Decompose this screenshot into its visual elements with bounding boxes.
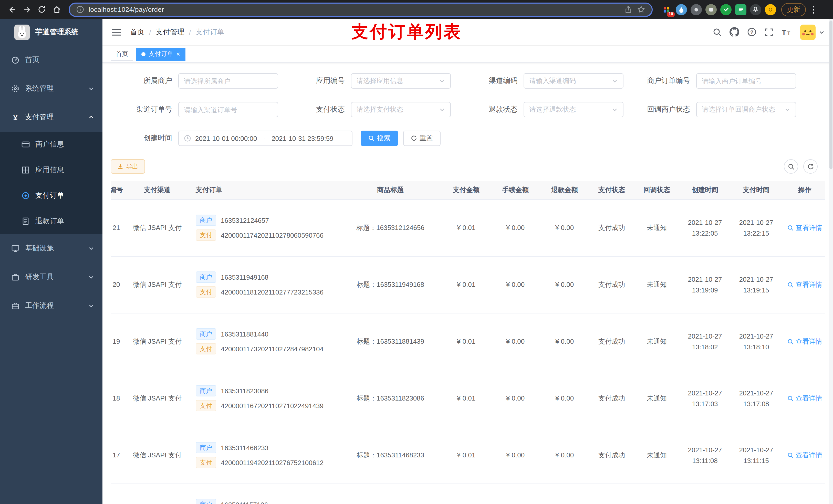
site-info-icon[interactable] [76,5,85,14]
home-icon[interactable] [50,3,64,16]
user-avatar[interactable] [800,24,825,40]
active-tab-dot [141,52,145,56]
sidebar-item-app-info[interactable]: 应用信息 [0,157,102,183]
cell-create-time: 2021-10-27 13:18:02 [679,313,731,370]
url-text[interactable]: localhost:1024/pay/order [89,6,620,13]
breadcrumb-pay-management[interactable]: 支付管理 [156,27,185,37]
date-start[interactable]: 2021-10-01 00:00:00 [195,135,257,142]
share-icon[interactable] [624,5,633,14]
extension-pin-icon[interactable] [750,4,761,15]
export-button[interactable]: 导出 [111,159,145,174]
browser-menu-icon[interactable] [809,3,818,16]
vertical-scrollbar[interactable] [829,19,833,504]
search-icon[interactable] [713,27,722,37]
cell-id: 17 [111,427,129,483]
chevron-down-icon [612,78,618,84]
cell-channel: 微信 JSAPI 支付 [129,427,186,483]
extension-dark-icon[interactable] [691,4,702,15]
extension-green-chat-icon[interactable] [735,4,746,15]
app-id-select[interactable]: 请选择应用信息 [351,73,451,89]
cell-refund-amount: ¥ 0.00 [540,256,589,313]
sidebar-item-home[interactable]: 首页 [0,46,102,74]
breadcrumb-pay-order: 支付订单 [196,27,224,37]
sidebar-item-system[interactable]: 系统管理 [0,74,102,103]
extension-emoji-icon[interactable] [765,4,776,15]
cell-pay-amount: ¥ 0.01 [442,199,491,256]
merchant-input[interactable] [178,73,278,89]
cell-create-time: 2021-10-27 13:19:09 [679,256,731,313]
payment-submenu: 商户信息 应用信息 支付订单 [0,131,102,234]
col-title: 商品标题 [339,181,442,199]
tab-home[interactable]: 首页 [111,47,133,61]
col-action: 操作 [782,181,825,199]
sidebar-item-infrastructure[interactable]: 基础设施 [0,234,102,263]
col-fee-amount: 手续金额 [491,181,540,199]
gear-icon [11,85,20,93]
back-icon[interactable] [5,3,19,16]
cell-pay-amount: ¥ 0.01 [442,370,491,427]
help-icon[interactable]: ? [747,27,757,37]
forward-icon[interactable] [20,3,34,16]
sidebar-item-workflow[interactable]: 工作流程 [0,291,102,320]
cell-channel: 微信 JSAPI 支付 [129,199,186,256]
extension-colorful-icon[interactable]: 10 [661,4,672,15]
search-button[interactable]: 搜索 [361,130,398,146]
channel-code-select[interactable]: 请输入渠道编码 [524,73,623,89]
cell-pay-time: 2021-10-27 13:19:15 [731,256,782,313]
address-bar[interactable]: localhost:1024/pay/order [69,2,653,17]
notify-status-select[interactable]: 请选择订单回调商户状态 [696,102,796,117]
browser-extensions: 10 [661,4,776,15]
cell-channel [129,483,186,504]
browser-update-button[interactable]: 更新 [781,3,806,16]
table-row: 商户 1635311157136 支付 [111,483,825,504]
cell-pay-time: 2021-10-27 13:22:15 [731,199,782,256]
date-end[interactable]: 2021-10-31 23:59:59 [271,135,333,142]
cell-refund-amount: ¥ 0.00 [540,370,589,427]
table-row: 19 微信 JSAPI 支付 商户 1635311881440 支付 42000… [111,313,825,370]
breadcrumb-separator: / [189,28,191,36]
merchant-order-no-input[interactable] [696,73,796,89]
view-detail-link[interactable]: 查看详情 [787,451,822,460]
hamburger-icon[interactable] [111,26,122,38]
view-detail-link[interactable]: 查看详情 [787,393,822,403]
tab-pay-order[interactable]: 支付订单 × [136,47,185,61]
filter-notify-status: 回调商户状态 请选择订单回调商户状态 [628,102,801,117]
sidebar-item-dev-tools[interactable]: 研发工具 [0,263,102,291]
refresh-button[interactable] [803,159,818,174]
reload-icon[interactable] [35,3,49,16]
scrollbar-thumb[interactable] [829,21,832,169]
fullscreen-icon[interactable] [764,27,774,37]
breadcrumb-home[interactable]: 首页 [130,27,144,37]
cell-pay-time [731,483,782,504]
font-size-icon[interactable]: TT [781,27,792,37]
sidebar-item-merchant-info[interactable]: 商户信息 [0,131,102,157]
pay-status-select[interactable]: 请选择支付状态 [351,102,451,117]
github-icon[interactable] [730,27,739,37]
view-detail-link[interactable]: 查看详情 [787,280,822,289]
pay-tag: 支付 [196,230,216,241]
view-detail-link[interactable]: 查看详情 [787,223,822,232]
date-range-input[interactable]: 2021-10-01 00:00:00 - 2021-10-31 23:59:5… [178,130,353,146]
col-pay-order: 支付订单 [186,181,339,199]
cell-refund-amount [540,483,589,504]
cell-fee-amount: ¥ 0.00 [491,199,540,256]
extension-blue-icon[interactable] [676,4,687,15]
filter-app-id: 应用编号 请选择应用信息 [283,73,456,89]
sidebar-item-payment[interactable]: ¥ 支付管理 [0,103,102,131]
refund-status-select[interactable]: 请选择退款状态 [524,102,623,117]
search-toggle-button[interactable] [784,159,798,174]
bookmark-star-icon[interactable] [637,5,645,14]
sidebar-item-pay-order[interactable]: 支付订单 [0,183,102,209]
view-detail-link[interactable]: 查看详情 [787,337,822,346]
extension-green-check-icon[interactable] [720,4,732,15]
reset-button[interactable]: 重置 [403,130,441,146]
orders-table: 编号 支付渠道 支付订单 商品标题 支付金额 手续金额 退款金额 支付状态 回调… [111,181,825,504]
svg-text:T: T [782,28,786,36]
extension-gray-icon[interactable] [706,4,717,15]
channel-order-no-input[interactable] [178,102,278,117]
cell-notify-status: 未通知 [634,370,679,427]
bankcard-icon [22,140,30,148]
cell-pay-status: 支付成功 [589,256,634,313]
sidebar-item-refund-order[interactable]: 退款订单 [0,209,102,234]
close-icon[interactable]: × [176,51,180,57]
